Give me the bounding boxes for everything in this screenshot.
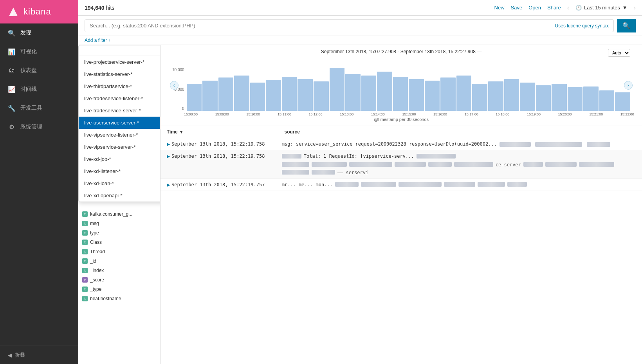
chart-bar — [202, 81, 218, 111]
chart-bar — [298, 79, 313, 111]
add-filter-button[interactable]: Add a filter + — [85, 38, 111, 43]
blurred-content — [535, 142, 582, 147]
source-text-3: —— serservi — [337, 170, 368, 175]
sidebar-item-devtools-label: 开发工具 — [20, 105, 42, 112]
field-item[interactable]: t_type — [78, 285, 160, 294]
x-label: 15:14:00 — [371, 112, 385, 116]
expand-icon[interactable]: ▶ — [167, 154, 171, 159]
collapse-arrow-icon: ◀ — [8, 352, 12, 358]
topbar-divider-right: › — [634, 4, 636, 11]
result-timestamp: September 13th 2018, 15:22:19.758 — [171, 153, 265, 159]
search-bar: Uses lucene query syntax 🔍 — [78, 16, 642, 36]
source-row: mr... me... mon... — [282, 182, 636, 187]
expand-icon[interactable]: ▶ — [167, 182, 171, 187]
field-item[interactable]: tClass — [78, 238, 160, 247]
chart-bars — [187, 68, 630, 111]
chart-interval-select[interactable]: Auto 1s 10s 30s 1m — [608, 49, 630, 57]
blurred-content — [417, 154, 456, 159]
x-label: 15:22:00 — [620, 112, 634, 116]
index-item[interactable]: live-thirdpartservice-* — [79, 80, 160, 92]
field-item[interactable]: tThread — [78, 247, 160, 256]
chart-bar — [218, 77, 234, 111]
result-time-cell: ▶September 13th 2018, 15:22:19.758 — [160, 138, 276, 150]
index-item[interactable]: live-tradeservice-listener-* — [79, 92, 160, 105]
visualize-icon: 📊 — [8, 48, 16, 56]
sidebar-item-timeline-label: 时间线 — [20, 86, 37, 93]
blurred-content — [312, 170, 335, 175]
management-icon: ⚙ — [8, 123, 16, 131]
chart-bar — [266, 80, 281, 111]
x-label: 15:20:00 — [558, 112, 572, 116]
fields-panel: × live-projectservice-server-*live-stati… — [78, 45, 160, 364]
time-range-chevron: ▼ — [622, 5, 628, 11]
field-item[interactable]: tbeat.hostname — [78, 294, 160, 303]
chart-bar — [314, 81, 329, 111]
field-item[interactable]: ttype — [78, 228, 160, 238]
blurred-content — [523, 162, 543, 167]
blurred-content — [312, 162, 347, 167]
sidebar-collapse-btn[interactable]: ◀ 折叠 — [0, 346, 78, 364]
index-item[interactable]: live-xd-openapi-* — [79, 189, 160, 202]
index-dropdown: × live-projectservice-server-*live-stati… — [78, 45, 160, 202]
time-range[interactable]: 🕐 Last 15 minutes ▼ — [575, 5, 628, 11]
dashboard-icon: 🗂 — [8, 67, 16, 74]
timeline-icon: 📈 — [8, 85, 16, 93]
field-item[interactable]: tmsg — [78, 219, 160, 228]
chart-nav-right-button[interactable]: › — [624, 81, 633, 90]
y-label-bot: 0 — [172, 106, 184, 111]
collapse-label: 折叠 — [15, 351, 25, 359]
index-item[interactable]: live-projectservice-server-* — [79, 56, 160, 68]
sidebar-item-timeline[interactable]: 📈 时间线 — [0, 80, 78, 99]
index-item[interactable]: live-tradeservice-server-* — [79, 105, 160, 117]
x-label: 15:09:00 — [215, 112, 229, 116]
chart-bar — [599, 90, 615, 111]
chart-area: September 13th 2018, 15:07:27.908 - Sept… — [160, 45, 642, 126]
expand-icon[interactable]: ▶ — [167, 142, 171, 146]
new-button[interactable]: New — [494, 5, 505, 11]
index-item[interactable]: live-userservice-server-* — [79, 117, 160, 129]
field-name-label: Thread — [90, 249, 105, 254]
field-item[interactable]: t_index — [78, 266, 160, 275]
sidebar-item-discover[interactable]: 🔍 发现 — [0, 23, 78, 42]
chart-bar — [520, 83, 535, 111]
sidebar-item-dashboard[interactable]: 🗂 仪表盘 — [0, 61, 78, 80]
field-name-label: beat.hostname — [90, 296, 121, 301]
source-text: Total: 1 RequestId: [vipservice-serv... — [304, 153, 414, 159]
sidebar-item-devtools[interactable]: 🔧 开发工具 — [0, 99, 78, 117]
index-item[interactable]: live-vipservice-listener-* — [79, 129, 160, 141]
sidebar-item-management[interactable]: ⚙ 系统管理 — [0, 117, 78, 136]
field-name-label: kafka.consumer_g... — [90, 211, 132, 217]
devtools-icon: 🔧 — [8, 104, 16, 112]
blurred-content — [500, 142, 531, 147]
open-button[interactable]: Open — [528, 5, 541, 11]
result-table: Time ▼ _source ▶September 13th 2018, 15:… — [160, 126, 642, 191]
sidebar: kibana 🔍 发现 📊 可视化 🗂 仪表盘 📈 时间线 🔧 开发工具 ⚙ 系… — [0, 0, 78, 364]
topbar-actions: New Save Open Share ‹ 🕐 Last 15 minutes … — [494, 4, 636, 11]
x-label: 15:11:00 — [278, 112, 291, 116]
search-input[interactable] — [85, 20, 550, 32]
chart-bar — [504, 79, 519, 111]
sidebar-item-visualize[interactable]: 📊 可视化 — [0, 42, 78, 61]
source-text: mr... me... mon... — [282, 182, 333, 187]
field-item[interactable]: tkafka.consumer_g... — [78, 209, 160, 219]
search-submit-button[interactable]: 🔍 — [617, 19, 636, 32]
index-item[interactable]: live-xd-job-* — [79, 153, 160, 165]
source-text: msg: service=user_service request=200002… — [282, 141, 497, 147]
index-item[interactable]: live-xd-loan-* — [79, 177, 160, 189]
field-name-label: _type — [90, 287, 101, 292]
table-row: ▶September 13th 2018, 15:22:19.758 Total… — [160, 150, 642, 179]
table-row: ▶September 13th 2018, 15:22:19.758msg: s… — [160, 138, 642, 150]
field-item[interactable]: #_score — [78, 275, 160, 285]
blurred-content — [399, 182, 442, 187]
save-button[interactable]: Save — [511, 5, 523, 11]
field-item[interactable]: t_id — [78, 256, 160, 266]
field-type-badge: t — [82, 240, 88, 245]
chart-nav-left-button[interactable]: ‹ — [170, 81, 179, 90]
share-button[interactable]: Share — [547, 5, 561, 11]
logo-text: kibana — [23, 7, 51, 17]
x-label: 15:19:00 — [527, 112, 541, 116]
lucene-syntax-link[interactable]: Uses lucene query syntax — [550, 23, 613, 29]
index-item[interactable]: live-statistics-server-* — [79, 68, 160, 80]
index-item[interactable]: live-xd-listener-* — [79, 165, 160, 177]
index-item[interactable]: live-vipservice-server-* — [79, 141, 160, 153]
